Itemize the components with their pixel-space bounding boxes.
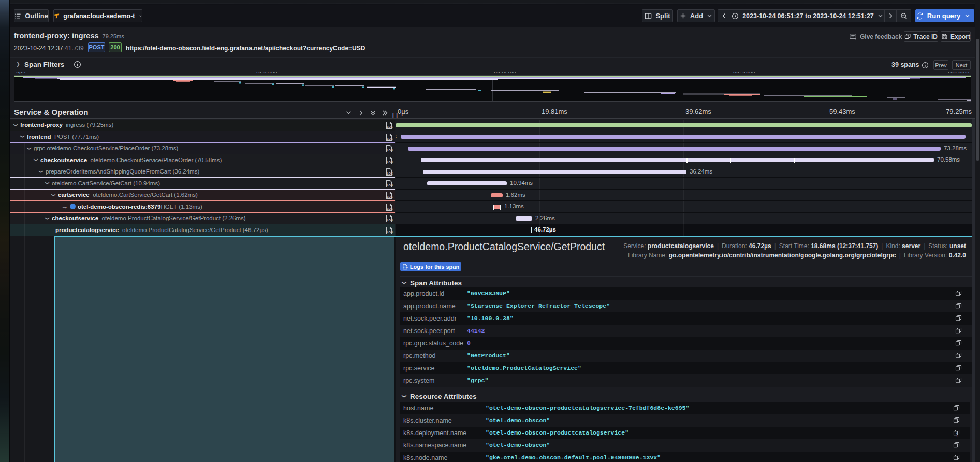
svg-text:LOG: LOG <box>387 137 393 140</box>
svg-text:LOG: LOG <box>387 207 393 210</box>
svg-text:LOG: LOG <box>387 195 393 198</box>
svg-text:LOG: LOG <box>403 266 408 269</box>
svg-text:LOG: LOG <box>387 149 393 152</box>
svg-text:LOG: LOG <box>387 183 393 186</box>
svg-text:LOG: LOG <box>387 230 393 233</box>
svg-text:LOG: LOG <box>387 160 393 163</box>
svg-text:LOG: LOG <box>387 219 393 222</box>
svg-text:LOG: LOG <box>387 172 393 175</box>
svg-text:LOG: LOG <box>387 125 393 128</box>
